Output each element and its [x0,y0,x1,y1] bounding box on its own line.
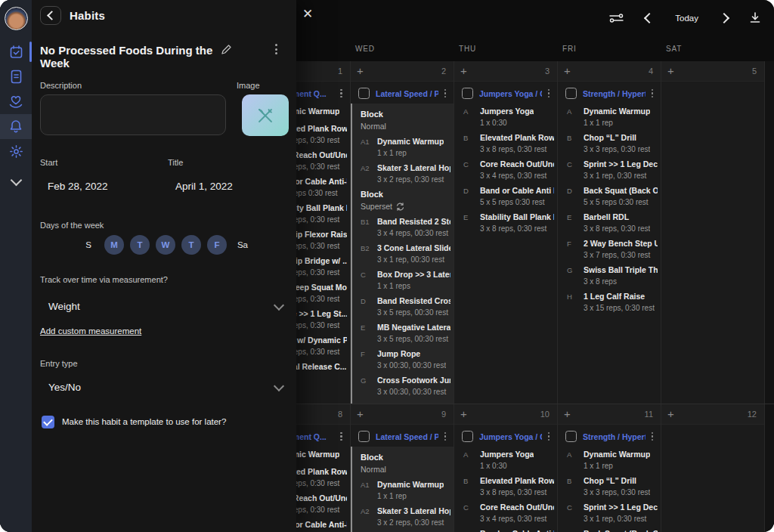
download-icon[interactable] [750,12,760,23]
exercise-label: A [463,450,480,471]
kebab-menu-icon[interactable] [548,432,550,441]
exercise-item[interactable]: C Sprint >> 1 Leg Declarations 3 x 1 rep… [567,159,658,181]
exercise-item[interactable]: D Band or Cable Anti Rotati... 5 x 5 rep… [463,529,554,532]
exercise-item[interactable]: B Chop “L” Drill 3 x 3 reps, 0:30 rest [567,476,658,497]
day-toggle[interactable]: T [181,235,201,255]
add-workout-icon[interactable]: + [357,66,364,76]
add-workout-icon[interactable]: + [460,409,467,419]
day-toggle[interactable]: W [156,235,175,255]
workout-checkbox[interactable] [358,431,370,442]
exercise-item[interactable]: B Elevated Plank Row 3 x 8 reps, 0:30 re… [463,133,554,154]
exercise-item[interactable]: E MB Negative Lateral Hop... 3 x 5 reps,… [352,323,450,344]
exercise-item[interactable]: A Jumpers Yoga 1 x 0:30 [463,450,554,471]
habit-image[interactable] [242,94,289,136]
workout-title[interactable]: Jumpers Yoga / Core [479,432,542,441]
workout-title[interactable]: Strength / Hypertro... [583,432,646,441]
exercise-text: Dynamic Warmup 1 x 1 rep [377,137,444,158]
kebab-menu-icon[interactable] [340,89,342,98]
sidebar-item-documents[interactable] [0,64,32,89]
sidebar-item-settings[interactable] [0,139,32,164]
sidebar-item-health[interactable] [0,89,32,114]
block-mode-text: Normal [361,122,386,131]
workout-title[interactable]: Strength / Hypertro... [583,89,646,98]
add-workout-icon[interactable]: + [564,66,571,76]
exercise-item[interactable]: A Jumpers Yoga 1 x 0:30 [463,107,554,128]
edit-pencil-icon[interactable] [221,45,231,58]
entry-type-select[interactable]: Yes/No [48,382,283,393]
filter-sliders-icon[interactable] [609,13,624,23]
workout-checkbox[interactable] [358,88,370,99]
workout-checkbox[interactable] [462,431,473,442]
exercise-item[interactable]: D Back Squat (Back Off Set) 5 x 5 reps 0… [567,186,658,207]
kebab-menu-icon[interactable] [548,89,550,98]
sidebar-item-expand[interactable] [0,164,32,189]
workout-title[interactable]: Jumpers Yoga / Core [479,89,542,98]
workout-checkbox[interactable] [462,88,473,99]
exercise-item[interactable]: A Dynamic Warmup 1 x 1 rep [567,107,658,128]
sidebar-item-calendar[interactable] [0,39,32,64]
end-date-value[interactable]: April 1, 2022 [175,181,233,192]
kebab-menu-icon[interactable] [275,44,278,54]
exercise-item[interactable]: H 1 Leg Calf Raise 3 x 15 reps, 0:30 res… [567,292,658,313]
exercise-item[interactable]: A1 Dynamic Warmup 1 x 1 rep [352,137,450,158]
exercise-item[interactable]: B Elevated Plank Row 3 x 8 reps, 0:30 re… [463,476,554,497]
workout-title-row[interactable]: Jumpers Yoga / Core [454,82,557,102]
workout-checkbox[interactable] [565,88,577,99]
add-custom-measurement-link[interactable]: Add custom measurement [40,326,141,336]
kebab-menu-icon[interactable] [652,89,654,98]
day-toggle[interactable]: Sa [233,235,252,255]
exercise-item[interactable]: F Jump Rope 3 x 00:30, 00:30 rest [352,349,450,370]
exercise-item[interactable]: C Box Drop >> 3 Lateral H... 1 x 1 reps [352,270,450,291]
add-workout-icon[interactable]: + [667,409,674,419]
exercise-item[interactable]: A2 Skater 3 Lateral Hops >> ... 3 x 2 re… [352,163,450,184]
exercise-item[interactable]: G Swiss Ball Triple Threat 3 x 8 reps [567,265,658,286]
exercise-item[interactable]: E Stability Ball Plank Linear ... 3 x 8 … [463,212,554,234]
exercise-item[interactable]: C Core Reach Out/Under 3 x 4 reps, 0:30 … [463,503,554,524]
add-workout-icon[interactable]: + [667,66,674,76]
exercise-item[interactable]: B2 3 Cone Lateral Slide 3 x 1 rep, 00:30… [352,243,450,264]
start-date-value[interactable]: Feb 28, 2022 [48,181,108,192]
exercise-item[interactable]: C Sprint >> 1 Leg Declarations 3 x 1 rep… [567,503,658,524]
add-workout-icon[interactable]: + [460,66,467,76]
kebab-menu-icon[interactable] [444,89,447,98]
workout-title[interactable]: Lateral Speed / Plyo [376,432,438,441]
template-checkbox[interactable] [42,416,54,428]
day-toggle[interactable]: F [207,235,227,255]
workout-title-row[interactable]: Jumpers Yoga / Core [454,425,557,445]
day-toggle[interactable]: M [104,235,124,255]
exercise-item[interactable]: D Back Squat (Back Off Set) 5 x 5 reps 0… [567,529,658,532]
measurement-select[interactable]: Weight [48,301,283,312]
workout-checkbox[interactable] [565,431,577,442]
exercise-item[interactable]: C Core Reach Out/Under 3 x 4 reps, 0:30 … [463,159,554,181]
today-button[interactable]: Today [675,14,698,23]
exercise-item[interactable]: B Chop “L” Drill 3 x 3 reps, 0:30 rest [567,133,658,154]
workout-title-row[interactable]: Lateral Speed / Plyo [351,425,454,445]
avatar[interactable] [5,7,28,30]
exercise-item[interactable]: F 2 Way Bench Step Up 3 x 7 reps, 0:30 r… [567,239,658,260]
back-button[interactable] [40,6,61,25]
exercise-item[interactable]: B1 Band Resisted 2 Step Late... 3 x 4 re… [352,217,450,238]
day-toggle[interactable]: S [79,235,98,255]
kebab-menu-icon[interactable] [444,432,447,441]
sidebar-item-habits[interactable] [0,114,32,139]
workout-title-row[interactable]: Strength / Hypertro... [558,425,661,445]
exercise-item[interactable]: A2 Skater 3 Lateral Hops >> ... 3 x 2 re… [352,506,450,527]
day-toggle[interactable]: T [130,235,150,255]
add-workout-icon[interactable]: + [357,409,364,419]
close-icon[interactable]: ✕ [302,7,313,22]
exercise-item[interactable]: A Dynamic Warmup 1 x 1 rep [567,450,658,471]
add-workout-icon[interactable]: + [564,409,571,419]
workout-title-row[interactable]: Strength / Hypertro... [558,82,661,102]
exercise-item[interactable]: A1 Dynamic Warmup 1 x 1 rep [352,480,450,501]
exercise-item[interactable]: G Cross Footwork Jump Rope 3 x 00:30, 00… [352,376,450,397]
workout-title-row[interactable]: Lateral Speed / Plyo [351,82,454,102]
exercise-item[interactable]: D Band or Cable Anti Rotati... 5 x 5 rep… [463,186,554,207]
prev-week-button[interactable] [646,14,653,22]
next-week-button[interactable] [720,14,728,22]
kebab-menu-icon[interactable] [340,432,342,441]
exercise-item[interactable]: D Band Resisted Crossover... 3 x 5 reps,… [352,296,450,317]
workout-title[interactable]: Lateral Speed / Plyo [376,89,438,98]
description-input[interactable] [40,94,226,135]
exercise-item[interactable]: E Barbell RDL 3 x 8 reps, 0:30 rest [567,212,658,234]
kebab-menu-icon[interactable] [652,432,654,441]
